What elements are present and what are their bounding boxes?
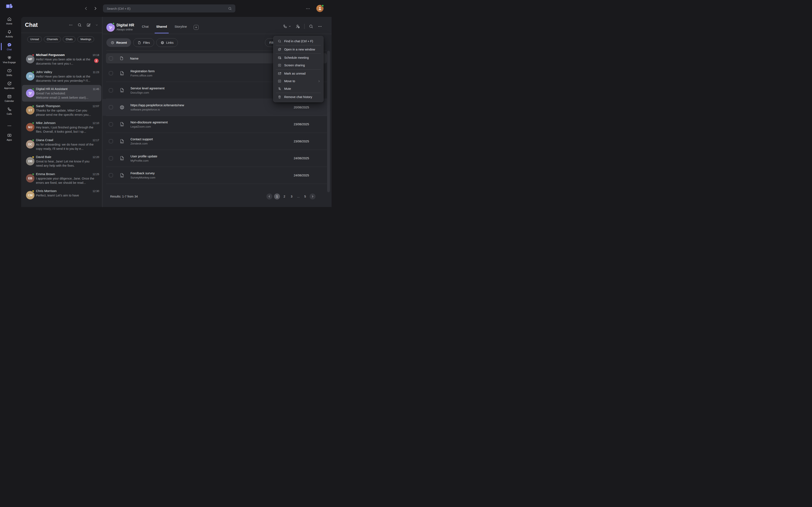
table-row-non-disclosure-agreement[interactable]: W Non-disclosure agreement LegalZoom.com… <box>106 116 327 133</box>
row-checkbox[interactable] <box>109 139 113 143</box>
row-checkbox[interactable] <box>109 122 113 126</box>
chat-time: 11:23 <box>91 71 99 74</box>
chat-name: Diana Crawl <box>36 138 53 142</box>
chat-list-item-diana-crawl[interactable]: DC Diana Crawl 12:17 As for onboarding: … <box>21 136 102 153</box>
global-search-box[interactable] <box>103 4 235 12</box>
back-icon[interactable] <box>84 6 89 11</box>
menu-item-mute[interactable]: Mute <box>273 85 323 93</box>
filter-pill-unread[interactable]: Unread <box>27 36 42 42</box>
sidebar-item-label: Chat <box>7 48 12 51</box>
sidebar-item-shifts[interactable]: Shifts <box>0 66 18 79</box>
sidebar-item-calendar[interactable]: Calendar <box>0 92 18 105</box>
chat-list-item-john-valley[interactable]: JV John Valley 11:23 Hello! Have you bee… <box>21 68 102 85</box>
chat-list-item-david-bale[interactable]: DB David Bale 12:20 Great to hear, Jane!… <box>21 153 102 170</box>
chat-more-icon[interactable] <box>68 23 73 27</box>
sidebar-item-calls[interactable]: Calls <box>0 105 18 117</box>
select-all-checkbox[interactable] <box>109 56 113 60</box>
chat-list-item-digital-hr-ai-assistant[interactable]: Digital HR AI Assistant 11:45 Great! I'v… <box>21 85 102 102</box>
tab-chat[interactable]: Chat <box>142 19 149 34</box>
file-title[interactable]: Non-disclosure agreement <box>131 120 168 124</box>
sidebar-item-more[interactable] <box>0 122 18 130</box>
tab-shared[interactable]: Shared <box>156 19 167 34</box>
menu-item-schedule-meeting[interactable]: Schedule meeting <box>273 54 323 61</box>
chat-list-item-sarah-thompson[interactable]: ST Sarah Thompson 12:07 Thanks for the u… <box>21 102 102 119</box>
file-domain: Zendesk.com <box>131 142 153 145</box>
page-3[interactable]: 3 <box>289 195 294 198</box>
row-checkbox[interactable] <box>109 156 113 160</box>
next-page-icon[interactable] <box>310 193 315 200</box>
chat-list-item-emma-brown[interactable]: EB Emma Brown 12:25 I appreciate your di… <box>21 170 102 187</box>
prev-page-icon[interactable] <box>266 193 272 200</box>
view-button-files[interactable]: Files <box>133 38 154 47</box>
clock-icon <box>111 41 114 45</box>
add-people-icon[interactable] <box>295 24 300 29</box>
search-icon <box>277 39 282 43</box>
user-avatar[interactable] <box>316 5 323 12</box>
sidebar-item-chat[interactable]: Chat <box>0 40 18 53</box>
sidebar-item-home[interactable]: Home <box>0 14 18 27</box>
file-date: 24/06/2025 <box>294 157 309 160</box>
topbar-more-icon[interactable] <box>305 6 310 11</box>
scrollbar-thumb[interactable] <box>327 51 330 192</box>
sidebar-item-approvals[interactable]: Approvals <box>0 79 18 92</box>
row-checkbox[interactable] <box>109 105 113 109</box>
file-domain: SurveyMonkey.com <box>131 176 155 179</box>
filter-pill-meetings[interactable]: Meetings <box>78 36 94 42</box>
page-5[interactable]: 5 <box>302 195 308 198</box>
sidebar-item-label: Calendar <box>5 100 14 102</box>
menu-item-screen-sharing[interactable]: Screen sharing <box>273 61 323 69</box>
search-icon <box>228 7 232 11</box>
file-title[interactable]: Feedback survey <box>131 171 155 175</box>
chat-search-icon[interactable] <box>78 23 82 27</box>
call-button[interactable] <box>283 24 291 29</box>
calendar-icon <box>7 94 12 99</box>
file-pdf-icon: PDF <box>119 138 125 144</box>
svg-text:PDF: PDF <box>121 159 123 160</box>
table-row-user-profile-update[interactable]: PDF User profile update MyProfile.com 24… <box>106 150 327 167</box>
view-button-recent[interactable]: Recent <box>106 38 131 47</box>
filter-pill-chats[interactable]: Chats <box>63 36 76 42</box>
name-column-header[interactable]: Name <box>130 57 139 60</box>
row-checkbox[interactable] <box>109 173 113 177</box>
row-checkbox[interactable] <box>109 88 113 92</box>
add-tab-button[interactable] <box>194 25 199 30</box>
search-input[interactable] <box>106 7 228 11</box>
file-title[interactable]: Registration form <box>131 69 155 73</box>
file-title[interactable]: Service level agreement <box>131 87 164 90</box>
tab-storyline[interactable]: Storyline <box>175 19 187 34</box>
filter-pill-channels[interactable]: Channels <box>44 36 61 42</box>
page-2[interactable]: 2 <box>282 195 287 198</box>
sidebar-item-viva-engage[interactable]: Viva Engage <box>0 53 18 66</box>
menu-item-mark-as-unread[interactable]: Mark as unread <box>273 70 323 77</box>
file-title[interactable]: User profile update <box>131 155 157 158</box>
chat-list-item-mike-johnson[interactable]: MJ Mike Johnson 12:10 Hey team, I just f… <box>21 119 102 136</box>
view-button-links[interactable]: Links <box>156 38 178 47</box>
find-in-chat-icon[interactable] <box>309 24 313 29</box>
chat-list-item-chris-morrison[interactable]: CM Chris Morrison 12:30 Perfect, team! L… <box>21 187 102 204</box>
phone-icon <box>7 107 12 112</box>
chevron-down-icon[interactable] <box>95 23 98 26</box>
chat-preview: Perfect, team! Let's aim to have <box>36 193 99 198</box>
menu-item-open-in-a-new-window[interactable]: Open in a new window <box>273 46 323 53</box>
menu-item-move-to[interactable]: Move to <box>273 77 323 85</box>
sidebar-item-apps[interactable]: Apps <box>0 130 18 144</box>
forward-icon[interactable] <box>93 6 98 11</box>
page-1[interactable]: 1 <box>274 193 280 200</box>
menu-item-remove-chat-history[interactable]: Remove chat history <box>273 93 323 101</box>
row-checkbox[interactable] <box>109 71 113 75</box>
file-domain: Forms.office.com <box>131 74 155 77</box>
chat-name: Digital HR AI Assistant <box>36 87 67 91</box>
menu-item-label: Mute <box>284 87 291 91</box>
table-row-contact-support[interactable]: PDF Contact support Zendesk.com 23/06/20… <box>106 133 327 150</box>
new-chat-icon[interactable] <box>86 23 91 27</box>
file-title[interactable]: Contact support <box>131 137 153 141</box>
table-row-feedback-survey[interactable]: W Feedback survey SurveyMonkey.com 24/06… <box>106 167 327 184</box>
menu-item-find-in-chat-ctrl-f[interactable]: Find in chat (Ctrl + F) <box>273 38 323 45</box>
sidebar-item-activity[interactable]: Activity <box>0 27 18 40</box>
file-title[interactable]: https://app.peopleforce.io/tenants/new <box>131 103 184 107</box>
user-status-dot <box>321 4 324 7</box>
chat-list-item-michael-fergusson[interactable]: MF Michael Fergusson 10:18 Hello! Have y… <box>21 51 102 68</box>
call-options-chevron-icon <box>289 25 291 28</box>
conversation-more-icon[interactable] <box>318 24 322 29</box>
results-count: Results: 1-7 from 34 <box>110 195 138 198</box>
